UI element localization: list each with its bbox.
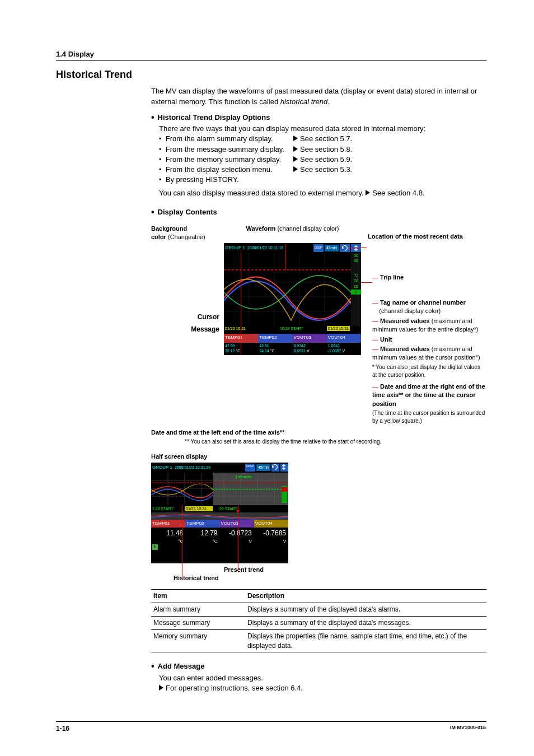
- date-right-note: (The time at the cursor position is surr…: [368, 409, 486, 425]
- opt1-text: From the alarm summary display.: [166, 134, 273, 143]
- option-item-5: • By pressing HISTORY.: [159, 175, 486, 185]
- page-title: Historical Trend: [56, 68, 486, 82]
- svg-text:01/23 10:31: 01/23 10:31: [186, 507, 207, 511]
- table-row: Memory summary Displays the properties (…: [151, 629, 486, 652]
- s1-ch4: VOUT04: [327, 334, 361, 343]
- s2-v2: 12.79°C: [185, 528, 219, 543]
- s1-group: GROUP 1: [225, 245, 245, 251]
- half-title: Half screen display: [151, 452, 486, 461]
- s1-scale-c: °C: [351, 273, 361, 278]
- s2-datetime: 2008/01/23 10:31:39: [175, 465, 210, 470]
- return-icon: [340, 244, 350, 252]
- cell-desc: Displays a summary of the displayed data…: [245, 617, 486, 630]
- s1-scale-0: 0: [351, 290, 361, 295]
- date-right-label: — Date and time at the right end of the …: [368, 382, 486, 408]
- h-indicator: H: [152, 544, 158, 550]
- date-left-label: Date and time at the left end of the tim…: [151, 429, 284, 436]
- s2-ch4: VOUT04: [254, 520, 288, 528]
- historical-trend-label: Historical trend: [174, 574, 486, 582]
- add-message-ref: For operating instructions, see section …: [159, 683, 486, 693]
- s2-ch2: TEMP02: [185, 520, 219, 528]
- option-item-3: • From the memory summary display. See s…: [159, 155, 486, 165]
- option-item-4: • From the display selection menu. See s…: [159, 165, 486, 175]
- summary-table: Item Description Alarm summary Displays …: [151, 589, 486, 652]
- svg-text::29 START: :29 START: [218, 507, 238, 511]
- options-lead: There are five ways that you can display…: [159, 124, 486, 134]
- s1-scale-50: 50: [351, 253, 361, 259]
- option-item-2: • From the message summary display. See …: [159, 144, 486, 155]
- cell-item: Alarm summary: [151, 603, 245, 617]
- s1-val3: 0.97420.6531 V: [293, 343, 327, 355]
- s2-div: 1min/div: [235, 474, 252, 479]
- opt3-text: From the memory summary display.: [166, 155, 281, 164]
- page-footer: 1-16 IM MV1000-01E: [56, 721, 486, 734]
- s2-group: GROUP 1: [152, 464, 172, 470]
- disp-icon: DISP: [245, 464, 255, 472]
- triangle-icon: [293, 156, 298, 162]
- s1-ch2: TEMP02: [258, 334, 292, 343]
- s2-ch1: TEMP01: [151, 520, 185, 528]
- disp-icon: DISP: [313, 244, 324, 252]
- meas-star-note: * You can also just display the digital …: [368, 363, 486, 379]
- opt2-text: From the message summary display.: [166, 145, 284, 153]
- external-text: You can also display measured data store…: [159, 189, 364, 197]
- cell-desc: Displays a summary of the displayed data…: [245, 603, 486, 617]
- s2-ch3: VOUT03: [220, 520, 254, 528]
- intro-text: The MV can display the waveforms of past…: [151, 86, 486, 106]
- opt2-ref: See section 5.8.: [300, 145, 352, 153]
- s1-rate: 45min: [325, 245, 339, 251]
- external-note: You can also display measured data store…: [159, 188, 486, 198]
- cursor-label: Cursor: [198, 313, 219, 321]
- doc-id: IM MV1000-01E: [450, 724, 486, 734]
- intro-em: historical trend: [280, 97, 328, 106]
- triangle-icon: [159, 685, 163, 690]
- external-ref: See section 4.8.: [372, 189, 424, 197]
- double-star-note: ** You can also set this area to display…: [185, 438, 486, 446]
- s1-val4: 1.0041-1.0087 V: [327, 343, 361, 355]
- changeable: (Changeable): [166, 234, 205, 240]
- contents-heading: Display Contents: [151, 206, 486, 218]
- triangle-icon: [293, 166, 298, 172]
- color-label: color: [151, 234, 166, 240]
- expand-icon: [351, 244, 361, 252]
- th-item: Item: [151, 590, 245, 603]
- historical-trend-screenshot: GROUP 1 2008/01/23 10:31:15 DISP 45min: [224, 243, 361, 355]
- triangle-icon: [366, 190, 370, 195]
- section-header: 1.4 Display: [56, 49, 486, 61]
- meas-cursor-label: — Measured values (maximum and minimum v…: [368, 345, 486, 362]
- half-screen-screenshot: GROUP 1 2008/01/23 10:31:39 DISP 45min 1…: [151, 463, 288, 563]
- s2-v1: 11.48°C: [151, 528, 185, 543]
- opt4-text: From the display selection menu.: [166, 165, 273, 174]
- trip-line-label: — Trip line: [368, 273, 486, 282]
- opt3-ref: See section 5.9.: [300, 155, 352, 164]
- message-label: Message: [191, 325, 219, 333]
- page-number: 1-16: [56, 724, 69, 734]
- waveform-note: (channel display color): [275, 225, 339, 232]
- cell-desc: Displays the properties (file name, samp…: [245, 629, 486, 652]
- unit-label: — Unit: [368, 335, 486, 344]
- s1-msg: 10:29 START: [280, 326, 303, 332]
- triangle-icon: [293, 136, 298, 141]
- opt5-text: By pressing HISTORY.: [166, 175, 239, 184]
- intro-period: .: [327, 97, 330, 106]
- option-item-1: • From the alarm summary display. See se…: [159, 134, 486, 144]
- opt4-ref: See section 5.3.: [300, 165, 352, 174]
- svg-rect-23: [282, 487, 287, 492]
- location-label: Location of the most recent data: [368, 233, 463, 240]
- s1-left-time: 01/23 10:21: [225, 326, 246, 332]
- s1-scale-20: 20: [351, 278, 361, 284]
- cell-item: Message summary: [151, 617, 245, 630]
- tag-label: — Tag name or channel number (channel di…: [368, 298, 486, 316]
- s1-ch3: VOUT03: [293, 334, 327, 343]
- s1-val2: 42.5134.14 °C: [258, 343, 292, 355]
- s1-scale-40: 40: [351, 258, 361, 264]
- add-message-line: You can enter added messages.: [159, 673, 486, 683]
- cell-item: Memory summary: [151, 629, 245, 652]
- expand-icon: [280, 464, 288, 472]
- s1-scale-10: 10: [351, 284, 361, 290]
- th-desc: Description: [245, 590, 486, 603]
- waveform-label: Waveform: [246, 225, 276, 232]
- svg-text:1:28 START: 1:28 START: [152, 507, 174, 511]
- triangle-icon: [293, 146, 298, 152]
- bg-label: Background: [151, 225, 187, 232]
